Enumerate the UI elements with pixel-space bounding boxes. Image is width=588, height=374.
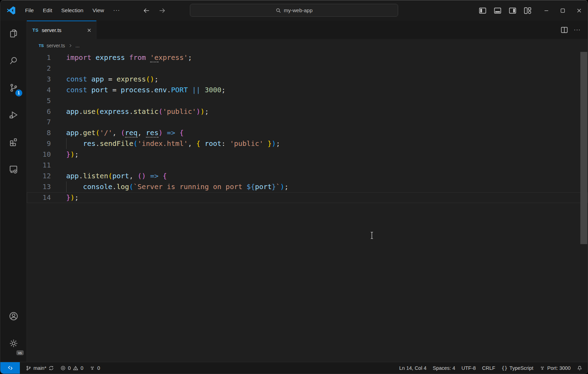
sidebar-item-remote-explorer[interactable] xyxy=(0,156,27,184)
status-remote-indicator[interactable] xyxy=(0,362,20,374)
line-number[interactable]: 13 xyxy=(27,181,51,192)
sidebar-item-search[interactable] xyxy=(0,48,27,75)
search-text: my-web-app xyxy=(284,7,313,13)
status-notifications[interactable] xyxy=(574,362,586,374)
sidebar-item-run-debug[interactable] xyxy=(0,102,27,129)
status-problems[interactable]: 00 xyxy=(57,362,86,374)
status-forwarded-port[interactable]: Port: 3000 xyxy=(536,362,574,374)
line-number[interactable]: 12 xyxy=(27,171,51,181)
line-content: const port = process.env.PORT || 3000; xyxy=(66,85,226,95)
customize-layout-icon[interactable] xyxy=(524,7,532,15)
bell-icon xyxy=(577,365,582,371)
line-number[interactable]: 14 xyxy=(27,192,51,203)
line-number[interactable]: 3 xyxy=(27,74,51,85)
close-button[interactable] xyxy=(576,8,582,14)
sidebar-item-explorer[interactable] xyxy=(0,21,27,48)
menu-selection[interactable]: Selection xyxy=(57,5,88,16)
vscode-window: File Edit Selection View ··· my-web-app xyxy=(0,0,588,374)
files-icon xyxy=(8,28,19,40)
status-language-mode[interactable]: {}TypeScript xyxy=(498,362,536,374)
sidebar-item-extensions[interactable] xyxy=(0,129,27,156)
line-number[interactable]: 9 xyxy=(27,138,51,149)
error-icon xyxy=(60,365,66,371)
line-number[interactable]: 1 xyxy=(27,52,51,63)
line-number[interactable]: 10 xyxy=(27,149,51,160)
status-git-branch[interactable]: main* xyxy=(23,362,57,374)
line-content: }); xyxy=(66,192,79,203)
code-line-6[interactable]: 6app.use(express.static('public')); xyxy=(27,106,588,117)
code-line-7[interactable]: 7 xyxy=(27,117,588,127)
forward-arrow-icon[interactable] xyxy=(158,7,166,14)
search-icon xyxy=(276,8,281,13)
settings-vs-badge: vs xyxy=(16,350,24,355)
broadcast-icon xyxy=(90,365,95,371)
menu-more[interactable]: ··· xyxy=(109,5,125,16)
code-line-13[interactable]: 13 console.log(`Server is running on por… xyxy=(27,181,588,192)
code-line-14[interactable]: 14}); xyxy=(27,192,588,203)
line-number[interactable]: 8 xyxy=(27,127,51,138)
code-line-3[interactable]: 3const app = express(); xyxy=(27,74,588,85)
code-line-8[interactable]: 8app.get('/', (req, res) => { xyxy=(27,127,588,138)
run-debug-icon xyxy=(8,110,19,122)
tab-bar: TS server.ts ··· xyxy=(27,21,588,39)
account-icon xyxy=(8,311,19,323)
status-indentation[interactable]: Spaces: 4 xyxy=(430,362,458,374)
menu-view[interactable]: View xyxy=(88,5,108,16)
broadcast-icon xyxy=(540,365,545,371)
line-number[interactable]: 7 xyxy=(27,117,51,127)
toggle-secondary-sidebar-icon[interactable] xyxy=(509,7,517,15)
sidebar-item-source-control[interactable]: 1 xyxy=(0,75,27,102)
line-number[interactable]: 4 xyxy=(27,85,51,95)
code-line-11[interactable]: 11 xyxy=(27,160,588,171)
settings-button[interactable]: vs xyxy=(0,330,27,358)
status-encoding[interactable]: UTF-8 xyxy=(458,362,479,374)
extensions-icon xyxy=(8,137,19,149)
split-editor-icon[interactable] xyxy=(560,26,568,34)
minimize-button[interactable] xyxy=(543,8,549,14)
line-number[interactable]: 6 xyxy=(27,106,51,117)
search-icon xyxy=(8,55,19,67)
line-number[interactable]: 11 xyxy=(27,160,51,171)
remote-explorer-icon xyxy=(8,164,19,176)
source-control-badge: 1 xyxy=(15,89,22,96)
command-center-search[interactable]: my-web-app xyxy=(190,4,398,17)
status-ports[interactable]: 0 xyxy=(86,362,103,374)
menu-edit[interactable]: Edit xyxy=(38,5,57,16)
line-content: app.listen(port, () => { xyxy=(66,171,167,181)
code-editor: 1import express from 'express';23const a… xyxy=(27,52,588,362)
code-line-1[interactable]: 1import express from 'express'; xyxy=(27,52,588,63)
code-line-4[interactable]: 4const port = process.env.PORT || 3000; xyxy=(27,85,588,95)
code-line-10[interactable]: 10}); xyxy=(27,149,588,160)
code-line-12[interactable]: 12app.listen(port, () => { xyxy=(27,171,588,181)
tab-server-ts[interactable]: TS server.ts xyxy=(27,21,96,39)
line-number[interactable]: 5 xyxy=(27,95,51,106)
line-number[interactable]: 2 xyxy=(27,63,51,74)
status-cursor-position[interactable]: Ln 14, Col 4 xyxy=(396,362,430,374)
accounts-button[interactable] xyxy=(0,303,27,330)
editor-more-actions[interactable]: ··· xyxy=(574,26,581,33)
tab-close-icon[interactable] xyxy=(86,28,92,33)
menu-file[interactable]: File xyxy=(21,5,38,16)
back-arrow-icon[interactable] xyxy=(143,7,150,14)
line-content: app.get('/', (req, res) => { xyxy=(66,127,184,138)
code-line-9[interactable]: 9 res.sendFile('index.html', { root: 'pu… xyxy=(27,138,588,149)
toggle-panel-icon[interactable] xyxy=(494,7,502,15)
editor-area: TS server.ts ··· TS server.ts xyxy=(27,21,588,362)
line-content: }); xyxy=(66,149,79,160)
breadcrumb-file[interactable]: server.ts xyxy=(47,43,65,48)
breadcrumbs: TS server.ts ... xyxy=(27,39,588,52)
typescript-file-icon: TS xyxy=(39,44,44,48)
branch-icon xyxy=(26,365,31,371)
typescript-file-icon: TS xyxy=(32,28,39,33)
remote-icon xyxy=(7,365,13,371)
status-bar-right: Ln 14, Col 4Spaces: 4UTF-8CRLF{}TypeScri… xyxy=(396,362,586,374)
status-eol[interactable]: CRLF xyxy=(479,362,498,374)
breadcrumb-symbol[interactable]: ... xyxy=(76,43,80,48)
editor-scrollbar-thumb[interactable] xyxy=(580,52,587,244)
maximize-button[interactable] xyxy=(560,8,566,14)
mouse-ibeam-cursor xyxy=(370,232,374,241)
code-line-5[interactable]: 5 xyxy=(27,95,588,106)
vscode-logo-icon xyxy=(6,5,16,16)
code-line-2[interactable]: 2 xyxy=(27,63,588,74)
toggle-sidebar-icon[interactable] xyxy=(479,7,487,15)
